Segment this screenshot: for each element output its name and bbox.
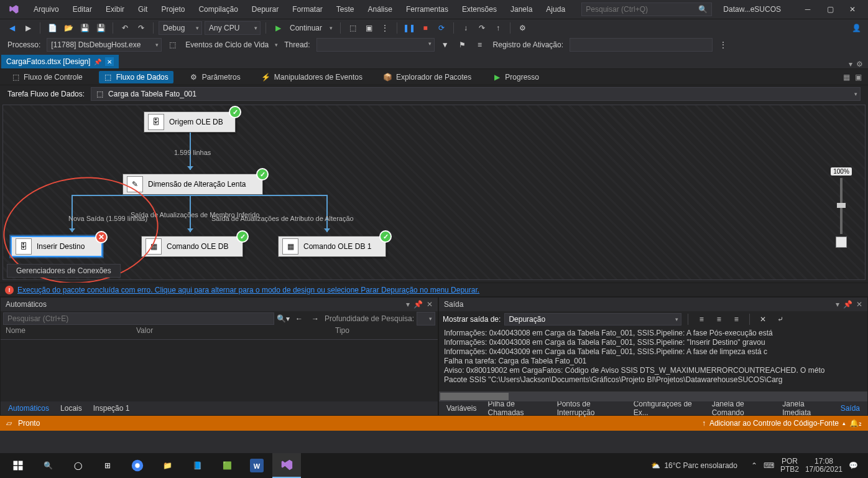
maximize-button[interactable]: ▢ <box>820 2 841 16</box>
continue-label[interactable]: Continuar <box>287 24 325 32</box>
autos-search-input[interactable] <box>3 312 274 325</box>
close-tab-icon[interactable]: ✕ <box>105 57 114 66</box>
menu-exibir[interactable]: Exibir <box>99 2 131 16</box>
search-icon[interactable]: 🔍▾ <box>277 314 290 323</box>
step-into-icon[interactable]: ↓ <box>459 21 473 35</box>
lifecycle-label[interactable]: Eventos de Ciclo de Vida <box>183 40 271 49</box>
autos-header[interactable]: Automáticos ▾📌✕ <box>1 298 438 311</box>
menu-analise[interactable]: Análise <box>362 2 399 16</box>
output-text[interactable]: Informações: 0x40043008 em Carga da Tabe… <box>439 327 867 391</box>
step-over-icon[interactable]: ↷ <box>475 21 489 35</box>
new-file-icon[interactable]: 📄 <box>45 21 59 35</box>
output-header[interactable]: Saída ▾📌✕ <box>439 298 867 311</box>
pin-icon[interactable]: 📌 <box>843 300 852 309</box>
taskview-icon[interactable]: ⊞ <box>93 453 122 478</box>
menu-depurar[interactable]: Depurar <box>246 2 285 16</box>
step-out-icon[interactable]: ↑ <box>491 21 505 35</box>
notepad-icon[interactable]: 📘 <box>183 453 211 478</box>
out-tool-1-icon[interactable]: ≡ <box>695 312 708 326</box>
menu-git[interactable]: Git <box>132 2 154 16</box>
platform-dropdown[interactable]: Any CPU <box>205 21 261 35</box>
node-comando-1[interactable]: ▦ Comando OLE DB ✓ <box>141 236 243 257</box>
tool-icon-1[interactable]: ⬚ <box>346 21 359 35</box>
visual-studio-icon[interactable] <box>272 453 301 478</box>
tab-fluxo-dados[interactable]: ⬚Fluxo de Dados <box>99 71 173 83</box>
nav-back-icon[interactable]: ← <box>292 312 306 326</box>
wrap-icon[interactable]: ⤶ <box>773 312 787 326</box>
process-dropdown[interactable]: [11788] DtsDebugHost.exe <box>47 38 162 52</box>
save-all-icon[interactable]: 💾 <box>94 21 108 35</box>
menu-ajuda[interactable]: Ajuda <box>540 2 571 16</box>
thread-dropdown[interactable] <box>316 38 435 52</box>
depth-dropdown[interactable] <box>417 312 435 326</box>
zoom-slider[interactable] <box>840 178 843 234</box>
menu-compilacao[interactable]: Compilação <box>192 2 244 16</box>
tool-icon-2[interactable]: ▣ <box>362 21 376 35</box>
save-icon[interactable]: 💾 <box>78 21 91 35</box>
search-button[interactable]: 🔍 <box>34 453 62 478</box>
filter-icon[interactable]: ▼ <box>438 38 452 52</box>
tab-saida[interactable]: Saída <box>836 403 865 414</box>
output-source-dropdown[interactable]: Depuração <box>504 313 681 326</box>
tool-icon-4[interactable]: ⚙ <box>515 21 529 35</box>
restart-icon[interactable]: ⟳ <box>435 21 448 35</box>
tab-automaticos[interactable]: Automáticos <box>3 403 54 414</box>
out-tool-3-icon[interactable]: ≡ <box>729 312 743 326</box>
tab-inspecao[interactable]: Inspeção 1 <box>88 403 135 414</box>
continue-button[interactable]: ▶ <box>271 21 285 35</box>
pause-icon[interactable]: ❚❚ <box>402 21 416 35</box>
tray-up-icon[interactable]: ⌃ <box>751 461 757 470</box>
col-tipo[interactable]: Tipo <box>335 326 349 339</box>
stop-icon[interactable]: ■ <box>418 21 432 35</box>
zoom-control[interactable]: 100% <box>829 167 854 248</box>
clear-icon[interactable]: ✕ <box>756 312 770 326</box>
quick-search[interactable]: 🔍 <box>581 2 712 16</box>
language-indicator[interactable]: PORPTB2 <box>780 457 799 474</box>
chrome-icon[interactable] <box>123 453 152 478</box>
word-icon[interactable]: W <box>242 453 271 478</box>
undo-icon[interactable]: ↶ <box>118 21 132 35</box>
keyboard-icon[interactable]: ⌨ <box>764 461 774 470</box>
menu-formatar[interactable]: Formatar <box>286 2 329 16</box>
output-scrollbar[interactable] <box>439 391 867 401</box>
node-scd[interactable]: ✎ Dimensão de Alteração Lenta ✓ <box>122 174 263 195</box>
menu-arquivo[interactable]: Arquivo <box>27 2 65 16</box>
dropdown-icon[interactable]: ▾ <box>836 300 839 309</box>
dropdown-icon[interactable]: ▾ <box>406 300 410 309</box>
error-link[interactable]: Execução do pacote concluída com erro. C… <box>17 286 479 294</box>
tab-dropdown-icon[interactable]: ▾ <box>849 60 852 68</box>
menu-janela[interactable]: Janela <box>504 2 538 16</box>
nav-fwd-icon[interactable]: → <box>308 312 322 326</box>
cortana-icon[interactable]: ◯ <box>63 453 92 478</box>
menu-extensoes[interactable]: Extensões <box>456 2 503 16</box>
weather-widget[interactable]: ⛅ 16°C Parc ensolarado <box>645 461 744 470</box>
flag-icon[interactable]: ⚑ <box>456 38 469 52</box>
doc-tab-cargafatos[interactable]: CargaFatos.dtsx [Design] 📌 ✕ <box>1 55 119 68</box>
pin-icon[interactable]: 📌 <box>94 59 101 65</box>
col-valor[interactable]: Valor <box>136 326 335 339</box>
node-origem-ole-db[interactable]: 🗄 Origem OLE DB ✓ <box>144 111 236 133</box>
tab-fluxo-controle[interactable]: ⬚Fluxo de Controle <box>6 71 88 83</box>
zoom-fit-button[interactable] <box>836 237 847 248</box>
menu-ferramentas[interactable]: Ferramentas <box>400 2 455 16</box>
tab-manipuladores[interactable]: ⚡Manipuladores de Eventos <box>257 71 367 83</box>
close-icon[interactable]: ✕ <box>856 300 862 309</box>
close-icon[interactable]: ✕ <box>427 300 433 309</box>
designer-canvas[interactable]: 100% 🗄 Origem OLE DB ✓ 1.599 linhas ✎ Di… <box>2 105 866 280</box>
flow-arrow[interactable] <box>326 195 328 232</box>
feedback-icon[interactable]: 👤 <box>849 21 863 35</box>
flow-arrow[interactable] <box>72 195 73 232</box>
explorer-icon[interactable]: 📁 <box>153 453 182 478</box>
out-tool-2-icon[interactable]: ≡ <box>712 312 726 326</box>
source-control-link[interactable]: Adicionar ao Controle do Código-Fonte <box>709 419 839 428</box>
tab-gear-icon[interactable]: ⚙ <box>856 60 863 68</box>
grid-icon[interactable]: ▦ <box>843 73 850 82</box>
nav-fwd-icon[interactable]: ▶ <box>21 21 35 35</box>
pin-icon[interactable]: 📌 <box>413 300 423 309</box>
menu-teste[interactable]: Teste <box>330 2 361 16</box>
menu-projeto[interactable]: Projeto <box>155 2 191 16</box>
close-button[interactable]: ✕ <box>842 2 863 16</box>
tab-explorador[interactable]: 📦Explorador de Pacotes <box>379 71 476 83</box>
tab-variaveis[interactable]: Variáveis <box>441 403 481 414</box>
register-dropdown[interactable] <box>570 38 713 52</box>
